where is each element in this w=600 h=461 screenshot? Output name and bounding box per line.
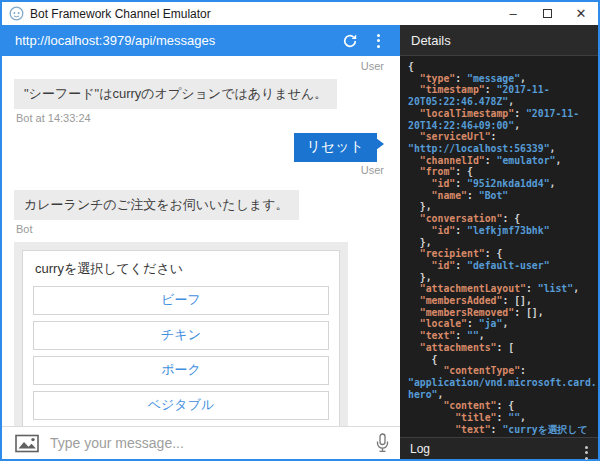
details-header: Details: [400, 25, 598, 56]
kebab-menu-icon: [377, 34, 380, 48]
bot-message-row: カレーランチのご注文をお伺いいたします。: [14, 190, 384, 220]
bot-message-bubble: "シーフード"はcurryのオプションではありません。: [14, 79, 337, 109]
endpoint-url[interactable]: http://localhost:3979/api/messages: [15, 33, 336, 48]
title-bar: Bot Framework Channel Emulator – ✕: [2, 2, 598, 25]
kebab-menu-icon: [585, 446, 588, 460]
attach-image-icon[interactable]: [15, 434, 39, 453]
log-bar: Log: [400, 437, 598, 459]
bot-message-bubble: カレーランチのご注文をお伺いいたします。: [14, 190, 299, 220]
refresh-icon: [342, 33, 358, 49]
hero-card-title: curryを選択してください: [35, 260, 329, 278]
close-button[interactable]: ✕: [564, 2, 598, 25]
conversation-area: User "シーフード"はcurryのオプションではありません。 Bot at …: [2, 56, 400, 426]
card-button-chicken[interactable]: チキン: [33, 321, 329, 350]
details-panel: Details { "type": "message", "timestamp"…: [400, 25, 598, 459]
refresh-button[interactable]: [336, 27, 364, 55]
log-menu-button[interactable]: [585, 438, 588, 460]
card-button-pork[interactable]: ポーク: [33, 356, 329, 385]
app-icon: [9, 6, 24, 21]
sender-label: User: [14, 60, 384, 72]
window-title: Bot Framework Channel Emulator: [30, 7, 211, 21]
hero-card: curryを選択してください ビーフ チキン ポーク ベジタブル: [22, 250, 340, 426]
address-bar: http://localhost:3979/api/messages: [2, 25, 400, 56]
message-timestamp: Bot: [16, 223, 384, 235]
message-input[interactable]: [50, 435, 375, 451]
app-window: Bot Framework Channel Emulator – ✕ http:…: [0, 0, 600, 461]
maximize-button[interactable]: [530, 2, 564, 25]
user-message-bubble: リセット: [294, 133, 377, 162]
microphone-icon[interactable]: [375, 433, 390, 454]
sender-label: User: [14, 164, 384, 176]
maximize-icon: [543, 9, 552, 18]
log-title: Log: [410, 442, 430, 456]
details-json[interactable]: { "type": "message", "timestamp": "2017-…: [400, 56, 598, 437]
details-title: Details: [411, 33, 451, 48]
card-button-beef[interactable]: ビーフ: [33, 286, 329, 315]
message-composer: [2, 426, 400, 459]
menu-button[interactable]: [364, 27, 392, 55]
hero-card-bubble: curryを選択してください ビーフ チキン ポーク ベジタブル: [14, 242, 348, 426]
user-message-row: リセット: [14, 133, 384, 162]
message-timestamp: Bot at 14:33:24: [16, 112, 384, 124]
bot-message-row: "シーフード"はcurryのオプションではありません。: [14, 79, 384, 109]
card-button-vegetable[interactable]: ベジタブル: [33, 391, 329, 420]
chat-panel: http://localhost:3979/api/messages User …: [2, 25, 400, 459]
minimize-button[interactable]: –: [496, 2, 530, 25]
main-area: http://localhost:3979/api/messages User …: [2, 25, 598, 459]
